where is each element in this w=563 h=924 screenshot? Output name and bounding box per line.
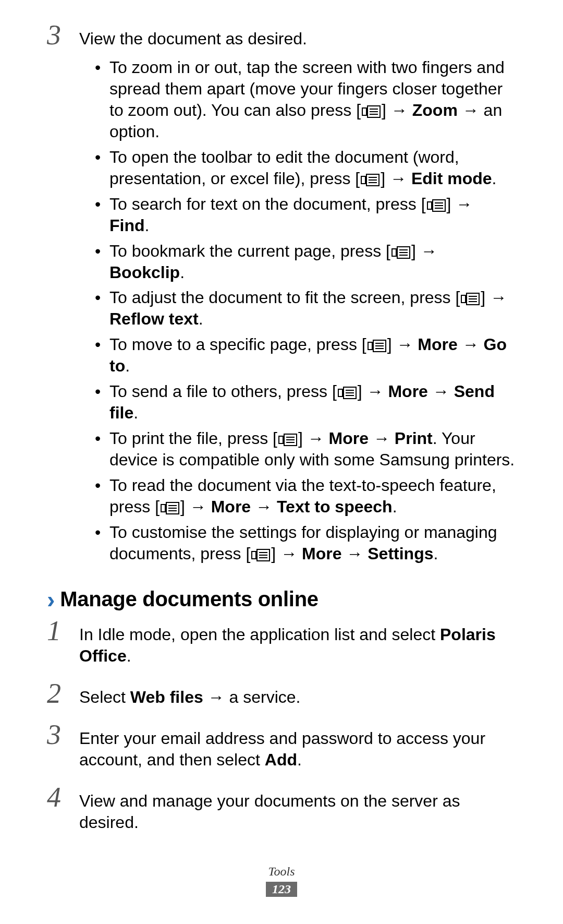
- bullet-text-post2: .: [125, 356, 130, 375]
- menu-icon: [361, 174, 380, 186]
- step-number: 4: [47, 783, 68, 811]
- bullet-text-post1: ] →: [481, 288, 507, 307]
- bullet-bold2: Settings: [368, 544, 433, 563]
- menu-icon: [368, 340, 386, 352]
- step-number: 2: [47, 679, 68, 707]
- svg-rect-20: [461, 295, 466, 303]
- page-number-badge: 123: [266, 882, 297, 897]
- section-heading: › Manage documents online: [47, 587, 516, 611]
- bullet-text-post1: ] →: [387, 335, 418, 354]
- bullet-item: To read the document via the text-to-spe…: [95, 475, 516, 518]
- menu-icon: [391, 246, 410, 259]
- bullet-text-post2: .: [433, 544, 438, 563]
- bullet-item: To adjust the document to fit the screen…: [95, 287, 516, 330]
- step-3: 3 View the document as desired. To zoom …: [47, 21, 516, 565]
- svg-rect-25: [368, 342, 372, 350]
- bullet-bold1: More: [211, 497, 251, 516]
- menu-icon: [338, 387, 357, 399]
- step-text-pre: Select: [79, 688, 130, 706]
- bullet-item: To search for text on the document, pres…: [95, 194, 516, 236]
- bullet-text-post1: ] →: [382, 101, 412, 119]
- bullet-item: To customise the settings for displaying…: [95, 522, 516, 565]
- bullet-text-post1: ] →: [381, 169, 411, 188]
- bullet-text-post1: ] →: [271, 544, 302, 563]
- bullet-text-post2: .: [199, 309, 203, 328]
- svg-rect-30: [338, 389, 342, 397]
- bullet-text-pre: To print the file, press [: [109, 429, 277, 448]
- step-text-bold: Web files: [130, 688, 203, 706]
- step-number: 3: [47, 21, 68, 49]
- bullet-text-post2: .: [133, 403, 138, 422]
- bullet-text-post2: .: [492, 169, 497, 188]
- svg-rect-45: [252, 551, 256, 559]
- page-footer: Tools 123: [0, 865, 563, 897]
- bullet-bold1: Bookclip: [109, 263, 180, 282]
- bullet-bold1: Reflow text: [109, 309, 199, 328]
- step-text-pre: In Idle mode, open the application list …: [79, 625, 440, 644]
- menu-icon: [278, 434, 297, 446]
- bullet-text-mid: →: [458, 335, 484, 354]
- step-body: View the document as desired. To zoom in…: [79, 28, 516, 565]
- bullet-text-pre: To search for text on the document, pres…: [109, 195, 426, 213]
- bullet-text-mid: →: [251, 497, 277, 516]
- menu-icon: [161, 502, 179, 514]
- bullet-text-post1: ] →: [180, 497, 211, 516]
- bullet-text-mid: →: [369, 429, 395, 448]
- bullet-bold1: More: [329, 429, 369, 448]
- svg-rect-0: [362, 108, 366, 115]
- svg-rect-5: [361, 176, 365, 184]
- bullet-text-pre: To bookmark the current page, press [: [109, 242, 390, 260]
- step-number: 3: [47, 721, 68, 749]
- bullet-text-post2: .: [145, 216, 150, 235]
- svg-rect-40: [161, 505, 165, 512]
- bullet-text-post1: ] →: [358, 382, 388, 401]
- bullet-bold1: More: [302, 544, 341, 563]
- menu-icon: [427, 199, 446, 212]
- step-intro-text: View the document as desired.: [79, 29, 307, 48]
- step-1: 1 In Idle mode, open the application lis…: [47, 617, 516, 667]
- bullet-bold1: Find: [109, 216, 145, 235]
- step-body: In Idle mode, open the application list …: [79, 624, 516, 667]
- bullet-text-post1: ] →: [298, 429, 329, 448]
- bullet-text-mid: →: [428, 382, 454, 401]
- step-body: View and manage your documents on the se…: [79, 790, 516, 833]
- step-2: 2 Select Web files → a service.: [47, 679, 516, 708]
- bullet-text-pre: To send a file to others, press [: [109, 382, 337, 401]
- bullet-text-pre: To move to a specific page, press [: [109, 335, 366, 354]
- chevron-icon: ›: [47, 587, 55, 611]
- menu-icon: [362, 105, 381, 118]
- svg-rect-10: [427, 202, 432, 209]
- step-text-bold: Add: [265, 750, 297, 769]
- menu-icon: [251, 549, 270, 561]
- step-text-post: .: [297, 750, 302, 769]
- bullet-item: To zoom in or out, tap the screen with t…: [95, 57, 516, 142]
- menu-icon: [461, 293, 480, 305]
- bullet-item: To move to a specific page, press [] → M…: [95, 334, 516, 377]
- step-body: Select Web files → a service.: [79, 687, 516, 708]
- bullet-bold1: Zoom: [412, 101, 458, 119]
- step-4: 4 View and manage your documents on the …: [47, 783, 516, 833]
- step-text-post: → a service.: [203, 688, 301, 706]
- svg-rect-35: [279, 436, 283, 443]
- step-3-bullet-list: To zoom in or out, tap the screen with t…: [79, 57, 516, 565]
- bullet-item: To bookmark the current page, press [] →…: [95, 241, 516, 283]
- footer-section-label: Tools: [0, 865, 563, 879]
- bullet-text-post1: ] →: [411, 242, 437, 260]
- bullet-text-post1: ] →: [447, 195, 473, 213]
- step-text: View and manage your documents on the se…: [79, 791, 460, 832]
- bullet-item: To open the toolbar to edit the document…: [95, 147, 516, 189]
- step-3b: 3 Enter your email address and password …: [47, 721, 516, 771]
- bullet-text-mid: →: [341, 544, 368, 563]
- bullet-bold1: More: [388, 382, 427, 401]
- bullet-text-post2: .: [393, 497, 397, 516]
- bullet-text-post2: .: [180, 263, 185, 282]
- bullet-bold2: Text to speech: [277, 497, 393, 516]
- section-title: Manage documents online: [60, 587, 318, 611]
- svg-rect-15: [392, 249, 396, 256]
- bullet-item: To print the file, press [] → More → Pri…: [95, 428, 516, 471]
- bullet-bold1: More: [418, 335, 457, 354]
- step-text-post: .: [127, 646, 131, 665]
- bullet-text-pre: To adjust the document to fit the screen…: [109, 288, 460, 307]
- bullet-item: To send a file to others, press [] → Mor…: [95, 381, 516, 424]
- bullet-bold1: Edit mode: [411, 169, 492, 188]
